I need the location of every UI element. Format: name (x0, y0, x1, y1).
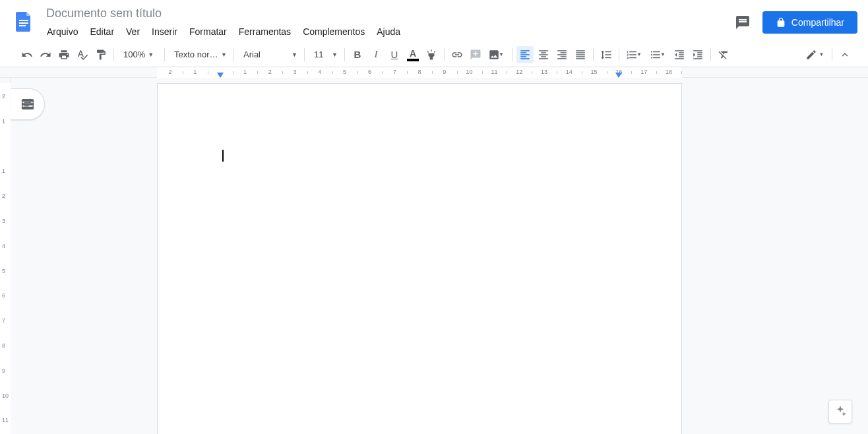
svg-rect-0 (19, 20, 28, 21)
explore-button[interactable] (828, 400, 852, 423)
ruler-tick: 6 (2, 292, 5, 299)
font-select[interactable]: Arial ▼ (238, 46, 300, 63)
menu-formatar[interactable]: Formatar (185, 24, 232, 40)
separator (164, 48, 165, 61)
toolbar: 100% ▼ Texto norm... ▼ Arial ▼ 11 ▼ B I … (0, 42, 868, 67)
left-indent-marker[interactable] (217, 73, 224, 78)
right-indent-marker[interactable] (615, 73, 622, 78)
ruler-tick: 6 (368, 69, 371, 75)
paint-format-button[interactable] (92, 46, 109, 63)
horizontal-ruler[interactable]: 21123456789101112131415161718 (0, 67, 868, 78)
menu-ver[interactable]: Ver (121, 24, 144, 40)
document-title[interactable]: Documento sem título (42, 5, 731, 21)
zoom-value: 100% (123, 49, 145, 59)
explore-icon (833, 404, 848, 419)
insert-image-button[interactable]: ▼ (485, 46, 508, 63)
ruler-tick: 1 (243, 69, 247, 75)
ruler-tick: 17 (640, 69, 647, 75)
share-button[interactable]: Compartilhar (762, 11, 857, 34)
undo-icon (21, 49, 33, 61)
align-right-button[interactable] (553, 46, 571, 63)
redo-button[interactable] (37, 46, 54, 63)
editing-mode-button[interactable]: ▼ (803, 46, 828, 63)
chevron-down-icon: ▼ (636, 51, 643, 57)
menu-arquivo[interactable]: Arquivo (42, 24, 82, 40)
insert-link-button[interactable] (449, 46, 466, 63)
document-page[interactable] (157, 83, 682, 434)
chevron-down-icon: ▼ (292, 51, 297, 58)
ruler-tick: 12 (516, 69, 522, 75)
ruler-tick: 13 (541, 69, 547, 75)
underline-button[interactable]: U (386, 46, 403, 63)
ruler-tick: 2 (2, 93, 5, 100)
separator (710, 48, 711, 61)
chevron-up-icon (839, 49, 851, 61)
increase-indent-button[interactable] (689, 46, 706, 63)
add-comment-icon (470, 49, 481, 61)
menu-inserir[interactable]: Inserir (147, 24, 182, 40)
menu-ajuda[interactable]: Ajuda (372, 24, 405, 40)
align-justify-button[interactable] (572, 46, 589, 63)
separator (113, 48, 114, 61)
text-color-button[interactable]: A (404, 46, 421, 63)
ruler-tick: 11 (2, 417, 9, 423)
ruler-tick: 3 (2, 218, 5, 224)
italic-button[interactable]: I (367, 46, 385, 63)
clear-formatting-button[interactable] (715, 46, 732, 63)
line-spacing-icon (600, 49, 612, 61)
menu-complementos[interactable]: Complementos (298, 24, 369, 40)
chevron-down-icon: ▼ (221, 51, 227, 58)
ruler-tick: 10 (466, 69, 473, 75)
print-button[interactable] (55, 46, 73, 63)
ruler-tick: 2 (268, 69, 272, 75)
menu-bar: Arquivo Editar Ver Inserir Formatar Ferr… (42, 24, 731, 40)
align-center-button[interactable] (535, 46, 552, 63)
vertical-ruler[interactable]: 211234567891011 (0, 78, 11, 434)
document-canvas[interactable] (11, 78, 868, 434)
docs-logo[interactable] (11, 8, 37, 34)
align-right-icon (556, 49, 568, 61)
font-size-select[interactable]: 11 ▼ (309, 46, 340, 63)
ruler-tick: 11 (491, 69, 497, 75)
menu-editar[interactable]: Editar (85, 24, 119, 40)
ruler-tick: 7 (2, 317, 5, 324)
pencil-icon (805, 49, 817, 61)
ruler-tick: 1 (193, 69, 197, 75)
outline-icon (20, 97, 35, 111)
zoom-select[interactable]: 100% ▼ (118, 46, 160, 63)
font-value: Arial (243, 49, 289, 59)
outline-button[interactable] (11, 88, 45, 120)
bulleted-list-button[interactable]: ▼ (647, 46, 669, 63)
bold-button[interactable]: B (349, 46, 366, 63)
ruler-tick: 9 (2, 367, 5, 374)
ruler-tick: 2 (2, 193, 5, 199)
spellcheck-button[interactable] (74, 46, 91, 63)
comments-button[interactable] (731, 11, 755, 34)
separator (444, 48, 445, 61)
chevron-down-icon: ▼ (660, 51, 667, 57)
align-left-button[interactable] (516, 46, 534, 63)
style-value: Texto norm... (174, 49, 218, 59)
ruler-tick: 3 (293, 69, 296, 75)
paragraph-style-select[interactable]: Texto norm... ▼ (169, 46, 230, 63)
collapse-toolbar-button[interactable] (836, 46, 853, 63)
numbered-list-button[interactable]: ▼ (623, 46, 646, 63)
indent-decrease-icon (673, 49, 685, 61)
undo-button[interactable] (18, 46, 36, 63)
ruler-tick: 14 (566, 69, 573, 75)
line-spacing-button[interactable] (598, 46, 615, 63)
separator (593, 48, 594, 61)
align-left-icon (519, 49, 531, 61)
svg-rect-1 (19, 22, 28, 24)
clear-format-icon (718, 49, 729, 61)
indent-increase-icon (692, 49, 704, 61)
ruler-tick: 4 (318, 69, 321, 75)
ruler-tick: 15 (591, 69, 598, 75)
ruler-tick: 18 (666, 69, 672, 75)
separator (344, 48, 345, 61)
chevron-down-icon: ▼ (332, 51, 338, 58)
menu-ferramentas[interactable]: Ferramentas (234, 24, 295, 40)
highlight-button[interactable] (423, 46, 440, 63)
insert-comment-button[interactable] (467, 46, 484, 63)
decrease-indent-button[interactable] (671, 46, 688, 63)
